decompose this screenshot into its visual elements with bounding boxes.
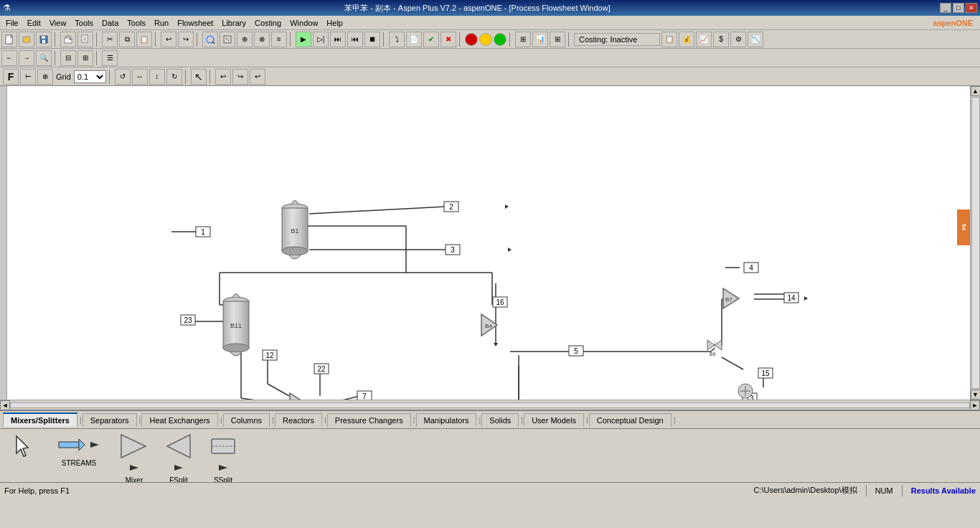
palette-mixer[interactable]: Mixer bbox=[116, 432, 152, 482]
draw-redo1[interactable]: ↪ bbox=[232, 69, 248, 85]
tb2-view2[interactable]: ⊞ bbox=[77, 50, 93, 66]
canvas-area[interactable]: 1 2 3 4 5 6 7 12 13 14 15 16 21 bbox=[7, 86, 970, 400]
menu-flowsheet[interactable]: Flowsheet bbox=[173, 17, 217, 29]
maximize-button[interactable]: □ bbox=[953, 3, 964, 13]
run-button[interactable]: ▶ bbox=[296, 32, 311, 47]
draw-flip-v[interactable]: ↕ bbox=[149, 69, 165, 85]
open-button[interactable] bbox=[19, 32, 34, 47]
stop-button[interactable]: ⏹ bbox=[364, 32, 380, 47]
svg-point-89 bbox=[282, 247, 308, 255]
paste-button[interactable]: 📋 bbox=[136, 32, 152, 47]
tb-export[interactable]: ⤵ bbox=[389, 32, 405, 47]
menu-file[interactable]: File bbox=[1, 17, 23, 29]
tb-x[interactable]: ✖ bbox=[440, 32, 456, 47]
new-button[interactable] bbox=[1, 32, 17, 47]
close-button[interactable]: ✕ bbox=[966, 3, 977, 13]
tb-misc1[interactable]: ⊞ bbox=[515, 32, 531, 47]
tb2-search[interactable]: 🔍 bbox=[36, 50, 52, 66]
draw-select[interactable]: F bbox=[3, 69, 19, 85]
undo-button[interactable]: ↩ bbox=[161, 32, 176, 47]
scroll-up-button[interactable]: ▲ bbox=[971, 86, 981, 96]
status-yellow bbox=[479, 33, 492, 46]
menu-tools[interactable]: Tools bbox=[70, 17, 98, 29]
menu-run[interactable]: Run bbox=[150, 17, 173, 29]
menu-library[interactable]: Library bbox=[217, 17, 250, 29]
tb-btn-9[interactable]: ≡ bbox=[271, 32, 287, 47]
palette-ssplit[interactable]: SSplit bbox=[205, 432, 241, 482]
svg-text:B6: B6 bbox=[710, 352, 716, 357]
tab-heat-exchangers[interactable]: Heat Exchangers bbox=[141, 413, 217, 427]
minimize-button[interactable]: _ bbox=[940, 3, 951, 13]
svg-text:5: 5 bbox=[574, 347, 578, 355]
draw-center[interactable]: ⊕ bbox=[37, 69, 53, 85]
tab-mixers-splitters[interactable]: Mixers/Splitters bbox=[3, 412, 77, 427]
grid-select[interactable]: 0.1 0.25 0.5 1.0 bbox=[74, 70, 106, 83]
tb-btn-7[interactable]: ⊕ bbox=[237, 32, 253, 47]
draw-undo[interactable]: ↩ bbox=[215, 69, 231, 85]
next-button[interactable]: ⏭ bbox=[330, 32, 346, 47]
costing-btn1[interactable]: 📋 bbox=[661, 32, 677, 47]
costing-btn3[interactable]: 📈 bbox=[696, 32, 712, 47]
scroll-left-button[interactable]: ◄ bbox=[0, 400, 10, 410]
cut-button[interactable]: ✂ bbox=[102, 32, 118, 47]
svg-marker-115 bbox=[804, 296, 808, 301]
preview-button[interactable] bbox=[77, 32, 93, 47]
tb-btn-6[interactable] bbox=[220, 32, 235, 47]
tab-manipulators[interactable]: Manipulators bbox=[416, 413, 477, 427]
menu-costing[interactable]: Costing bbox=[250, 17, 286, 29]
h-scroll-track[interactable] bbox=[10, 402, 970, 408]
tb2-btn1[interactable]: ← bbox=[1, 50, 17, 66]
tab-columns[interactable]: Columns bbox=[223, 413, 270, 427]
tb2-btn2[interactable]: → bbox=[19, 50, 34, 66]
h-scrollbar[interactable]: ◄ ► bbox=[0, 400, 980, 410]
reset-button[interactable]: ⏮ bbox=[347, 32, 363, 47]
tb2-view1[interactable]: ⊟ bbox=[60, 50, 76, 66]
redo-button[interactable]: ↪ bbox=[178, 32, 194, 47]
menu-view[interactable]: View bbox=[45, 17, 71, 29]
tab-solids[interactable]: Solids bbox=[481, 413, 519, 427]
scroll-right-button[interactable]: ► bbox=[970, 400, 980, 410]
draw-fit[interactable]: ⊢ bbox=[20, 69, 36, 85]
cursor-tool[interactable]: ↖ bbox=[191, 69, 207, 85]
copy-button[interactable]: ⧉ bbox=[119, 32, 135, 47]
file-path: C:\Users\admin\Desktop\模拟 bbox=[753, 485, 857, 496]
save-button[interactable] bbox=[36, 32, 52, 47]
tab-reactors[interactable]: Reactors bbox=[275, 413, 322, 427]
costing-btn5[interactable]: ⚙ bbox=[730, 32, 746, 47]
tb-report[interactable]: 📄 bbox=[406, 32, 422, 47]
tab-user-models[interactable]: User Models bbox=[524, 413, 584, 427]
scroll-down-button[interactable]: ▼ bbox=[971, 390, 981, 400]
tb2-table[interactable]: ☰ bbox=[102, 50, 118, 66]
menu-edit[interactable]: Edit bbox=[23, 17, 45, 29]
menu-help[interactable]: Help bbox=[322, 17, 347, 29]
component-palette: STREAMS Mixer FSplit SSplit bbox=[0, 428, 980, 482]
tab-pressure-changers[interactable]: Pressure Changers bbox=[327, 413, 411, 427]
tab-conceptual-design[interactable]: Conceptual Design bbox=[589, 413, 672, 427]
palette-cursor[interactable] bbox=[6, 432, 42, 461]
cursor-icon[interactable] bbox=[9, 432, 38, 461]
tb-btn-5[interactable] bbox=[202, 32, 218, 47]
tb-misc2[interactable]: 📊 bbox=[532, 32, 548, 47]
menu-window[interactable]: Window bbox=[286, 17, 322, 29]
print-button[interactable] bbox=[60, 32, 76, 47]
right-tab[interactable]: 54 bbox=[957, 209, 970, 245]
tb-btn-8[interactable]: ⊗ bbox=[254, 32, 270, 47]
menu-tools2[interactable]: Tools bbox=[123, 17, 150, 29]
svg-text:B11: B11 bbox=[230, 322, 242, 329]
costing-btn6[interactable]: 📉 bbox=[748, 32, 763, 47]
menu-data[interactable]: Data bbox=[98, 17, 123, 29]
draw-rotate-ccw[interactable]: ↺ bbox=[115, 69, 131, 85]
tb-misc3[interactable]: ⊞ bbox=[550, 32, 565, 47]
draw-rotate-cw[interactable]: ↻ bbox=[166, 69, 182, 85]
step-button[interactable]: ▷| bbox=[313, 32, 329, 47]
svg-marker-122 bbox=[167, 435, 190, 458]
tb-check[interactable]: ✔ bbox=[423, 32, 439, 47]
costing-btn2[interactable]: 💰 bbox=[679, 32, 694, 47]
draw-sep2 bbox=[185, 70, 188, 84]
draw-redo2[interactable]: ↩ bbox=[250, 69, 265, 85]
costing-btn4[interactable]: $ bbox=[713, 32, 729, 47]
tab-separators[interactable]: Separators bbox=[83, 413, 137, 427]
draw-flip-h[interactable]: ↔ bbox=[132, 69, 148, 85]
palette-fsplit[interactable]: FSplit bbox=[161, 432, 197, 482]
right-scrollbar[interactable]: ▲ ▼ bbox=[970, 86, 980, 400]
